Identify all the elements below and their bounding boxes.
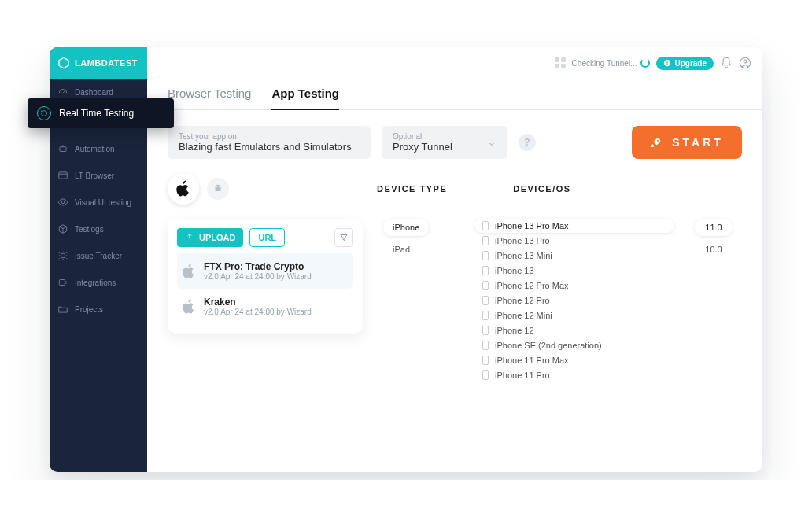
app-target-label: Test your app on [179,132,360,141]
sidebar-item-label: Dashboard [75,88,113,97]
svg-point-9 [216,186,217,187]
phone-icon [482,356,489,365]
upload-icon [185,233,194,242]
plugin-icon [57,277,68,288]
device-label: iPhone 12 Mini [495,311,552,320]
phone-icon [482,266,489,275]
apple-icon [182,264,196,279]
device-label: iPhone 12 [495,326,534,335]
svg-point-10 [219,186,220,187]
sidebar: LAMBDATEST Dashboard Automation LT Brows… [50,47,147,472]
device-label: iPhone 13 [495,266,534,275]
device-type-item[interactable]: iPad [383,241,454,258]
phone-icon [482,341,489,350]
device-item[interactable]: iPhone 13 Pro Max [474,219,674,233]
filter-button[interactable] [334,228,353,247]
sidebar-item-dashboard[interactable]: Dashboard [50,79,147,105]
sidebar-item-label: LT Browser [75,171,114,180]
filter-icon [339,233,349,242]
svg-point-3 [61,253,65,258]
os-version-item[interactable]: 11.0 [695,219,733,236]
sidebar-item-lt-browser[interactable]: LT Browser [50,162,147,189]
sidebar-item-label: Projects [75,305,103,314]
cube-icon [57,223,68,234]
tunnel-status-text: Checking Tunnel... [572,59,637,68]
app-target-field[interactable]: Test your app on Blazing fast Emulators … [168,126,371,159]
app-target-value: Blazing fast Emulators and Simulators [179,141,360,153]
tab-browser-testing[interactable]: Browser Testing [168,79,251,109]
url-button[interactable]: URL [249,228,285,247]
main: Checking Tunnel... Upgrade Browser Testi… [147,47,762,472]
device-item[interactable]: iPhone 12 [474,323,674,337]
sidebar-item-testlogs[interactable]: Testlogs [50,216,147,242]
device-item[interactable]: iPhone 11 Pro Max [474,353,674,367]
os-apple-button[interactable] [168,173,199,205]
apple-icon [175,180,191,197]
body: UPLOAD URL FTX Pro: Trade Crypto v2.0 Ap… [147,219,762,472]
device-os-header: DEVICE/OS [513,184,570,194]
os-android-button[interactable] [207,178,229,200]
notifications-icon[interactable] [720,57,733,69]
help-icon[interactable]: ? [519,134,536,151]
device-item[interactable]: iPhone 11 Pro [474,368,674,382]
brand[interactable]: LAMBDATEST [50,47,147,79]
proxy-tunnel-select[interactable]: Optional Proxy Tunnel [382,126,507,159]
upload-button[interactable]: UPLOAD [177,228,243,247]
brand-text: LAMBDATEST [75,58,138,68]
sidebar-item-automation[interactable]: Automation [50,135,147,162]
sidebar-item-label: Issue Tracker [75,252,122,260]
device-label: iPhone 13 Mini [495,251,552,260]
browser-icon [57,170,68,181]
upload-label: UPLOAD [199,233,235,242]
tunnel-status: Checking Tunnel... [572,58,651,68]
phone-icon [482,281,489,290]
rocket-icon [650,136,663,149]
app-shell: Real Time Testing LAMBDATEST Dashboard A… [50,47,762,472]
upgrade-label: Upgrade [674,59,707,68]
device-type-header: DEVICE TYPE [377,184,447,194]
device-item[interactable]: iPhone 12 Pro Max [474,278,674,293]
app-meta: v2.0 Apr 24 at 24:00 by Wizard [204,272,312,281]
sidebar-item-visual-ui[interactable]: Visual UI testing [50,189,147,216]
os-version-list: 11.0 10.0 [695,219,742,459]
device-item[interactable]: iPhone SE (2nd generation) [474,338,674,352]
device-type-item[interactable]: iPhone [383,219,429,236]
gauge-icon [57,87,68,98]
device-label: iPhone SE (2nd generation) [495,341,602,350]
start-button[interactable]: START [632,126,742,159]
sidebar-item-integrations[interactable]: Integrations [50,269,147,296]
app-meta: v2.0 Apr 24 at 24:00 by Wizard [204,308,312,316]
device-item[interactable]: iPhone 13 Pro [474,234,674,248]
device-item[interactable]: iPhone 13 [474,264,674,278]
chevron-down-icon [487,138,496,147]
device-item[interactable]: iPhone 12 Pro [474,293,674,308]
apps-grid-icon[interactable] [555,57,566,68]
tab-app-testing[interactable]: App Testing [271,79,339,109]
phone-icon [482,251,489,260]
os-version-item[interactable]: 10.0 [695,241,733,258]
phone-icon [482,236,489,245]
sidebar-item-label: Visual UI testing [75,198,131,207]
phone-icon [482,221,489,230]
bug-icon [57,250,68,261]
device-label: iPhone 13 Pro [495,236,550,245]
sidebar-item-label: Testlogs [75,225,104,234]
topbar: Checking Tunnel... Upgrade [147,47,762,79]
eye-icon [57,197,68,208]
sidebar-item-label: Integrations [75,278,116,287]
upgrade-button[interactable]: Upgrade [656,57,714,70]
phone-icon [482,326,489,335]
spinner-icon [640,58,650,68]
device-item[interactable]: iPhone 12 Mini [474,308,674,323]
upgrade-arrow-icon [663,59,671,67]
main-tabs: Browser Testing App Testing [147,79,762,110]
sidebar-item-issue-tracker[interactable]: Issue Tracker [50,242,147,269]
svg-point-2 [61,201,65,204]
sidebar-item-projects[interactable]: Projects [50,296,147,323]
device-label: iPhone 12 Pro [495,296,550,305]
user-avatar-icon[interactable] [739,57,751,69]
app-row[interactable]: FTX Pro: Trade Crypto v2.0 Apr 24 at 24:… [177,253,353,289]
app-row[interactable]: Kraken v2.0 Apr 24 at 24:00 by Wizard [177,289,353,324]
device-item[interactable]: iPhone 13 Mini [474,249,674,263]
brand-logo-icon [57,57,70,69]
